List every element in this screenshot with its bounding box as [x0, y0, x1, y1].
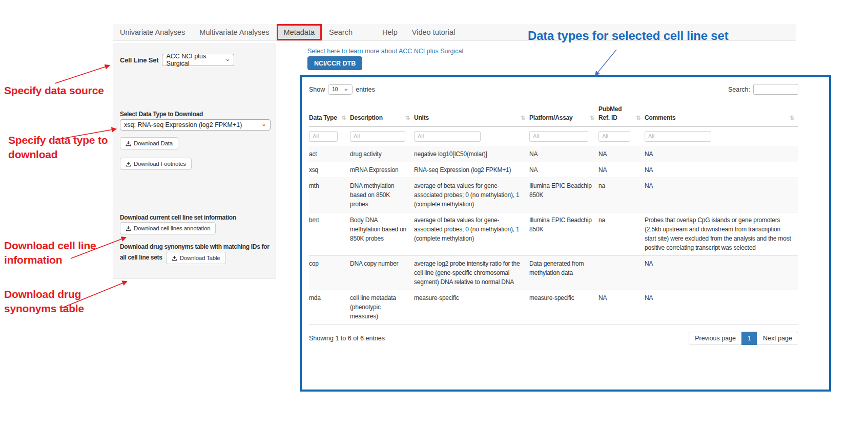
show-entries-select[interactable]: 10 ⌄ — [328, 84, 353, 95]
search-input[interactable] — [753, 84, 798, 95]
data-type-heading: Select Data Type to Download — [120, 110, 203, 119]
annotation-download-cell-line-info: Download cell line information — [4, 239, 96, 267]
show-entries-value: 10 — [332, 87, 338, 92]
metadata-table: Data Type⇅Description⇅Units⇅Platform/Ass… — [309, 100, 798, 325]
column-header[interactable]: Comments⇅ — [645, 100, 798, 126]
sidebar-panel: Cell Line Set ACC NCI plus Surgical ⌄ Se… — [113, 44, 276, 279]
table-cell: bmt — [309, 212, 350, 255]
table-cell: na — [598, 178, 645, 212]
column-header[interactable]: Data Type⇅ — [309, 100, 350, 126]
table-cell: cop — [309, 255, 350, 290]
table-cell: Body DNA methylation based on 850K probe… — [350, 212, 414, 255]
column-header-label: Description — [350, 114, 383, 122]
sort-icon[interactable]: ⇅ — [590, 114, 594, 122]
table-cell: Data generated from methylation data — [529, 255, 598, 290]
table-cell: NA — [529, 146, 598, 162]
data-type-value: xsq: RNA-seq Expression (log2 FPKM+1) — [124, 121, 242, 128]
column-header[interactable]: Description⇅ — [350, 100, 414, 126]
showing-entries-status: Showing 1 to 6 of 6 entries — [309, 335, 385, 342]
download-table-button[interactable]: Download Table — [166, 252, 226, 264]
table-footer: Showing 1 to 6 of 6 entries Previous pag… — [309, 332, 798, 345]
column-header-label: Platform/Assay — [529, 114, 573, 122]
table-cell: mRNA Expression — [350, 162, 414, 178]
table-cell: Probes that overlap CpG islands or gene … — [645, 212, 798, 255]
table-cell: average log2 probe intensity ratio for t… — [414, 255, 529, 290]
nav-tab-search[interactable]: Search — [322, 24, 360, 40]
annotation-specify-data-source: Specify data source — [4, 83, 104, 98]
table-cell — [598, 255, 645, 290]
arrow-data-types-annotation — [595, 50, 616, 75]
drug-synonyms-heading: Download drug synonyms table with matchi… — [120, 242, 274, 264]
table-row: xsqmRNA ExpressionRNA-seq Expression (lo… — [309, 162, 798, 178]
download-data-button[interactable]: Download Data — [120, 137, 178, 149]
learn-more-link[interactable]: Select here to learn more about ACC NCI … — [307, 48, 463, 55]
download-icon — [126, 141, 131, 146]
table-cell: negative log10[IC50(molar)] — [414, 146, 529, 162]
table-cell: measure-specific — [529, 290, 598, 324]
column-header-label: Comments — [645, 114, 675, 122]
table-cell: NA — [598, 146, 645, 162]
column-filter-input[interactable] — [350, 131, 405, 142]
column-header[interactable]: Units⇅ — [414, 100, 529, 126]
previous-page-button[interactable]: Previous page — [689, 332, 742, 345]
arrow-specify-data-source — [55, 66, 109, 83]
table-toolbar: Show 10 ⌄ entries Search: — [309, 84, 798, 95]
table-row: copDNA copy numberaverage log2 probe int… — [309, 255, 798, 290]
table-cell: xsq — [309, 162, 350, 178]
sort-icon[interactable]: ⇅ — [341, 114, 346, 122]
cell-line-set-value: ACC NCI plus Surgical — [166, 53, 222, 67]
table-cell: average of beta values for gene-associat… — [414, 178, 529, 212]
table-cell: NA — [529, 162, 598, 178]
cell-line-set-select[interactable]: ACC NCI plus Surgical ⌄ — [162, 54, 234, 66]
table-cell: DNA methylation based on 850K probes — [350, 178, 414, 212]
annotation-specify-data-type: Specify data type to download — [8, 133, 108, 162]
chevron-down-icon: ⌄ — [261, 121, 266, 127]
pagination: Previous page 1 Next page — [689, 332, 798, 345]
cell-line-set-label: Cell Line Set — [120, 56, 158, 64]
column-header-label: Data Type — [309, 114, 337, 122]
column-header[interactable]: PubMed Ref. ID⇅ — [598, 100, 645, 126]
table-cell: NA — [645, 162, 798, 178]
download-icon — [126, 226, 131, 231]
table-cell: Illumina EPIC Beadchip 850K — [529, 178, 598, 212]
sort-icon[interactable]: ⇅ — [405, 114, 410, 122]
table-cell: RNA-seq Expression (log2 FPKM+1) — [414, 162, 529, 178]
nci-ccr-dtb-button[interactable]: NCI/CCR DTB — [307, 56, 362, 70]
nav-tab-multivariate-analyses[interactable]: Multivariate Analyses — [192, 24, 276, 40]
table-cell: act — [309, 146, 350, 162]
data-type-select[interactable]: xsq: RNA-seq Expression (log2 FPKM+1) ⌄ — [120, 119, 271, 131]
table-head: Data Type⇅Description⇅Units⇅Platform/Ass… — [309, 100, 798, 146]
nav-tab-help[interactable]: Help — [375, 24, 405, 40]
column-header-label: Units — [414, 114, 429, 122]
sort-icon[interactable]: ⇅ — [790, 114, 794, 122]
column-filter-input[interactable] — [309, 131, 338, 142]
table-cell: NA — [645, 178, 798, 212]
column-filter-input[interactable] — [645, 131, 711, 142]
next-page-button[interactable]: Next page — [757, 332, 798, 345]
sort-icon[interactable]: ⇅ — [636, 114, 640, 122]
download-cell-lines-annotation-button[interactable]: Download cell lines annotation — [120, 222, 216, 234]
column-filter-input[interactable] — [414, 131, 481, 142]
column-filter-input[interactable] — [598, 131, 630, 142]
table-row: mthDNA methylation based on 850K probesa… — [309, 178, 798, 212]
nav-tab-video-tutorial[interactable]: Video tutorial — [405, 24, 462, 40]
annotation-download-drug-synonyms: Download drug synonyms table — [4, 287, 84, 316]
nav-tab-univariate-analyses[interactable]: Univariate Analyses — [113, 24, 192, 40]
nav-tab-metadata[interactable]: Metadata — [277, 24, 322, 40]
table-row: actdrug activitynegative log10[IC50(mola… — [309, 146, 798, 162]
column-filter-input[interactable] — [529, 131, 588, 142]
entries-label: entries — [356, 86, 375, 93]
table-cell: NA — [645, 146, 798, 162]
sort-icon[interactable]: ⇅ — [521, 114, 525, 122]
table-cell: NA — [598, 290, 645, 324]
column-header[interactable]: Platform/Assay⇅ — [529, 100, 598, 126]
table-cell: average of beta values for gene-associat… — [414, 212, 529, 255]
table-cell: na — [598, 212, 645, 255]
table-cell: NA — [645, 290, 798, 324]
chevron-down-icon: ⌄ — [225, 56, 230, 62]
table-cell: mth — [309, 178, 350, 212]
table-cell: measure-specific — [414, 290, 529, 324]
download-footnotes-button[interactable]: Download Footnotes — [120, 158, 192, 170]
page-1-button[interactable]: 1 — [741, 332, 757, 345]
download-icon — [172, 255, 177, 261]
